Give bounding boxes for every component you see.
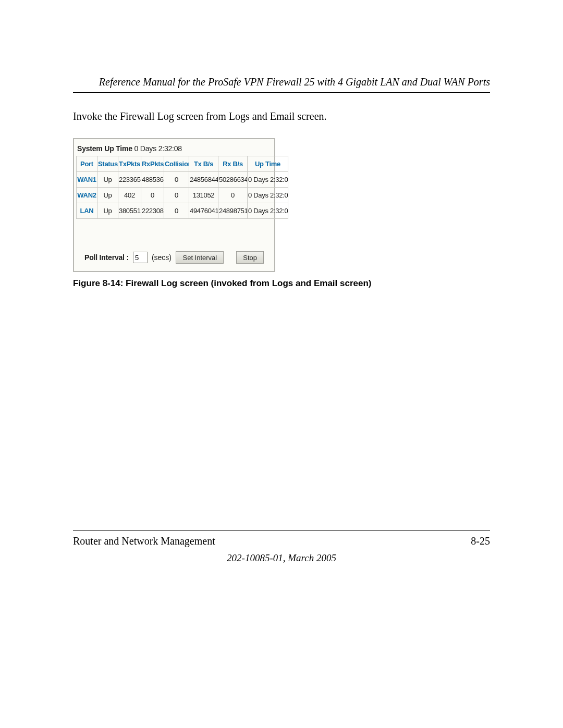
poll-controls: Poll Interval : (secs) Set Interval Stop: [76, 251, 272, 264]
col-txpkts: TxPkts: [118, 156, 141, 172]
uptime-value: 0 Days 2:32:08: [134, 144, 182, 153]
footer-docid: 202-10085-01, March 2005: [73, 552, 490, 564]
footer-page: 8-25: [471, 535, 490, 547]
cell-rxbs: 502866347: [218, 172, 248, 188]
system-uptime: System Up Time 0 Days 2:32:08: [76, 144, 272, 156]
cell-collisions: 0: [164, 188, 189, 203]
cell-txbs: 131052: [189, 188, 218, 203]
cell-rxbs: 24898751: [218, 203, 248, 219]
figure-caption: Figure 8-14: Firewall Log screen (invoke…: [73, 278, 490, 289]
intro-text: Invoke the Firewall Log screen from Logs…: [73, 110, 490, 122]
cell-uptime: 0 Days 2:32:08: [248, 188, 288, 203]
stop-button[interactable]: Stop: [236, 251, 264, 264]
uptime-label: System Up Time: [77, 144, 132, 153]
cell-status: Up: [97, 172, 118, 188]
cell-uptime: 0 Days 2:32:08: [248, 203, 288, 219]
cell-txpkts: 380551: [118, 203, 141, 219]
cell-rxpkts: 222308: [141, 203, 164, 219]
poll-unit: (secs): [152, 253, 172, 262]
cell-uptime: 0 Days 2:32:08: [248, 172, 288, 188]
cell-collisions: 0: [164, 203, 189, 219]
cell-txpkts: 223365: [118, 172, 141, 188]
col-rxpkts: RxPkts: [141, 156, 164, 172]
cell-txbs: 24856844: [189, 172, 218, 188]
cell-rxbs: 0: [218, 188, 248, 203]
footer-section: Router and Network Management: [73, 535, 215, 547]
col-status: Status: [97, 156, 118, 172]
col-rxbs: Rx B/s: [218, 156, 248, 172]
page-footer: Router and Network Management 8-25 202-1…: [73, 530, 490, 564]
firewall-log-panel: System Up Time 0 Days 2:32:08 Port Statu…: [73, 138, 275, 272]
port-link[interactable]: WAN1: [77, 172, 97, 188]
col-port: Port: [77, 156, 97, 172]
cell-rxpkts: 488536: [141, 172, 164, 188]
table-row: WAN1 Up 223365 488536 0 24856844 5028663…: [77, 172, 288, 188]
poll-interval-label: Poll Interval :: [84, 253, 129, 262]
table-row: WAN2 Up 402 0 0 131052 0 0 Days 2:32:08: [77, 188, 288, 203]
cell-status: Up: [97, 188, 118, 203]
port-stats-table: Port Status TxPkts RxPkts Collisions Tx …: [76, 156, 288, 219]
cell-status: Up: [97, 203, 118, 219]
table-header-row: Port Status TxPkts RxPkts Collisions Tx …: [77, 156, 288, 172]
page-header: Reference Manual for the ProSafe VPN Fir…: [73, 76, 490, 93]
cell-rxpkts: 0: [141, 188, 164, 203]
col-uptime: Up Time: [248, 156, 288, 172]
port-link[interactable]: WAN2: [77, 188, 97, 203]
port-link[interactable]: LAN: [77, 203, 97, 219]
cell-collisions: 0: [164, 172, 189, 188]
col-txbs: Tx B/s: [189, 156, 218, 172]
poll-interval-input[interactable]: [133, 252, 148, 263]
cell-txbs: 494760415: [189, 203, 218, 219]
table-row: LAN Up 380551 222308 0 494760415 2489875…: [77, 203, 288, 219]
col-collisions: Collisions: [164, 156, 189, 172]
cell-txpkts: 402: [118, 188, 141, 203]
set-interval-button[interactable]: Set Interval: [176, 251, 224, 264]
